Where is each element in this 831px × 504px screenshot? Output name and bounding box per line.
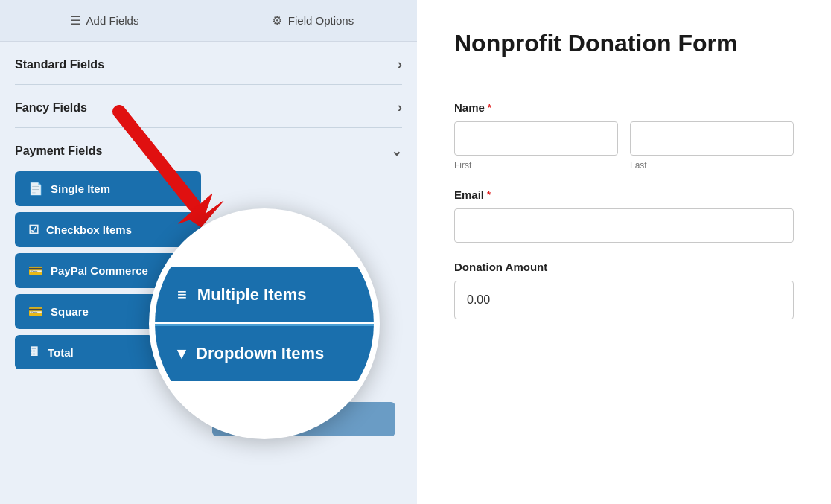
- square-icon: 💳: [28, 304, 43, 319]
- payment-fields-chevron: ⌄: [391, 143, 402, 159]
- checkbox-items-icon: ☑: [28, 223, 39, 237]
- payment-fields-header[interactable]: Payment Fields ⌄: [15, 128, 402, 171]
- circle-popup: ≡ Multiple Items ▾ Dropdown Items: [149, 208, 380, 439]
- email-required-star: *: [487, 189, 491, 200]
- field-options-icon: ⚙: [272, 13, 282, 28]
- left-panel: ☰ Add Fields ⚙ Field Options Standard Fi…: [0, 0, 417, 504]
- donation-label-text: Donation Amount: [454, 261, 547, 273]
- single-item-label: Single Item: [51, 182, 110, 195]
- name-label-text: Name: [454, 101, 485, 114]
- standard-fields-header[interactable]: Standard Fields ›: [15, 42, 402, 85]
- single-item-icon: 📄: [28, 182, 43, 196]
- name-field-label: Name *: [454, 101, 794, 114]
- name-inputs-row: [454, 121, 794, 156]
- first-name-input[interactable]: [454, 121, 618, 156]
- paypal-icon: 💳: [28, 264, 43, 278]
- standard-fields-label: Standard Fields: [15, 58, 104, 71]
- fancy-fields-chevron: ›: [398, 100, 402, 115]
- last-sub-label: Last: [630, 160, 794, 170]
- email-field-group: Email *: [454, 188, 794, 261]
- form-title: Nonprofit Donation Form: [454, 30, 794, 57]
- dropdown-items-button[interactable]: ▾ Dropdown Items: [155, 326, 374, 381]
- square-label: Square: [51, 305, 89, 318]
- add-fields-icon: ☰: [70, 13, 80, 28]
- name-sub-labels: First Last: [454, 160, 794, 170]
- tab-field-options[interactable]: ⚙ Field Options: [208, 0, 417, 41]
- payment-fields-label: Payment Fields: [15, 144, 102, 158]
- name-field-group: Name * First Last: [454, 101, 794, 170]
- tab-add-fields[interactable]: ☰ Add Fields: [0, 0, 208, 41]
- email-input[interactable]: [454, 208, 794, 243]
- dropdown-items-label: Dropdown Items: [196, 344, 324, 363]
- fancy-fields-header[interactable]: Fancy Fields ›: [15, 85, 402, 128]
- multiple-items-button[interactable]: ≡ Multiple Items: [155, 267, 374, 322]
- last-name-input[interactable]: [630, 121, 794, 156]
- fancy-fields-label: Fancy Fields: [15, 101, 87, 115]
- checkbox-items-label: Checkbox Items: [46, 223, 132, 236]
- add-fields-label: Add Fields: [86, 14, 139, 27]
- donation-field-group: Donation Amount 0.00: [454, 261, 794, 319]
- donation-input-display[interactable]: 0.00: [454, 281, 794, 319]
- donation-field-label: Donation Amount: [454, 261, 794, 273]
- single-item-button[interactable]: 📄 Single Item: [15, 171, 201, 206]
- popup-area: ≡ Multiple Items ▾ Dropdown Items: [149, 208, 380, 439]
- paypal-label: PayPal Commerce: [51, 264, 148, 277]
- total-label: Total: [48, 346, 74, 359]
- name-required-star: *: [488, 102, 491, 113]
- right-panel: Nonprofit Donation Form Name * First Las…: [417, 0, 831, 504]
- email-label-text: Email: [454, 188, 484, 201]
- field-options-label: Field Options: [288, 14, 354, 27]
- form-divider: [454, 80, 794, 80]
- email-field-label: Email *: [454, 188, 794, 201]
- dropdown-items-icon: ▾: [177, 344, 185, 363]
- multiple-items-label: Multiple Items: [197, 285, 307, 304]
- multiple-items-icon: ≡: [177, 285, 187, 304]
- first-sub-label: First: [454, 160, 618, 170]
- tabs-bar: ☰ Add Fields ⚙ Field Options: [0, 0, 417, 42]
- total-icon: 🖩: [28, 345, 40, 359]
- donation-value: 0.00: [467, 293, 490, 307]
- standard-fields-chevron: ›: [398, 57, 402, 72]
